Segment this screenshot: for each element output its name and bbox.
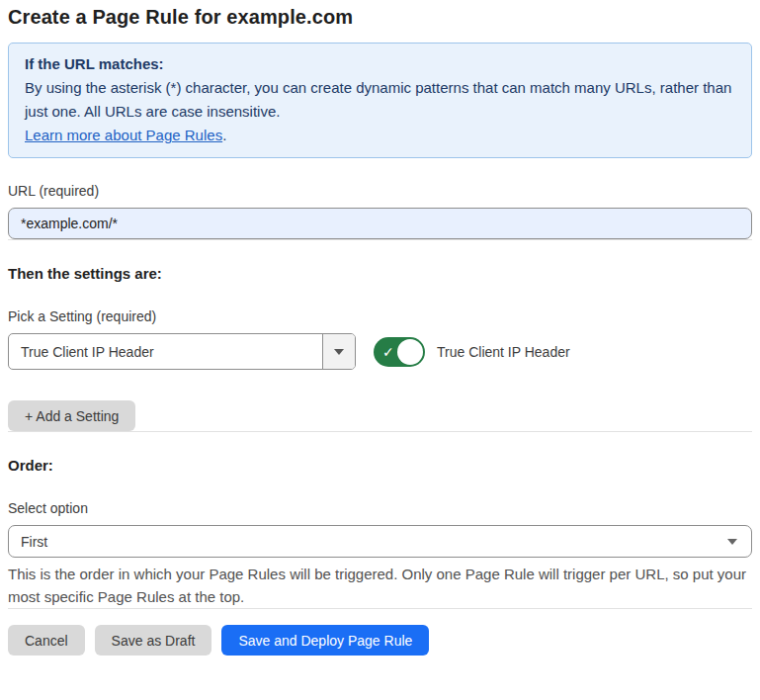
chevron-down-icon <box>727 539 737 545</box>
chevron-down-icon <box>334 349 344 355</box>
order-section-heading: Order: <box>8 456 752 476</box>
divider <box>8 239 752 240</box>
link-period: . <box>222 127 226 143</box>
info-callout-heading: If the URL matches: <box>25 52 735 76</box>
setting-select-value: True Client IP Header <box>9 334 322 369</box>
url-match-info-callout: If the URL matches: By using the asteris… <box>8 43 752 158</box>
order-select-value: First <box>9 534 47 550</box>
footer-actions: Cancel Save as Draft Save and Deploy Pag… <box>8 625 752 656</box>
url-field-label: URL (required) <box>8 181 752 201</box>
settings-section-heading: Then the settings are: <box>8 264 752 284</box>
page-title: Create a Page Rule for example.com <box>8 6 752 29</box>
page-rule-form: Create a Page Rule for example.com If th… <box>0 0 760 656</box>
cancel-button[interactable]: Cancel <box>8 625 85 656</box>
divider <box>8 431 752 432</box>
info-callout-body: By using the asterisk (*) character, you… <box>25 76 735 124</box>
learn-more-link[interactable]: Learn more about Page Rules <box>25 127 222 143</box>
order-select[interactable]: First <box>8 525 752 558</box>
info-callout-link-line: Learn more about Page Rules. <box>25 124 735 147</box>
setting-select-arrow-button[interactable] <box>322 334 355 369</box>
divider <box>8 608 752 609</box>
save-deploy-button[interactable]: Save and Deploy Page Rule <box>221 625 429 656</box>
check-icon: ✓ <box>382 344 394 358</box>
setting-toggle[interactable]: ✓ <box>374 337 425 367</box>
add-setting-button[interactable]: + Add a Setting <box>8 400 135 431</box>
save-draft-button[interactable]: Save as Draft <box>95 625 212 656</box>
url-input[interactable] <box>8 208 752 239</box>
setting-select[interactable]: True Client IP Header <box>8 333 356 370</box>
setting-row: True Client IP Header ✓ True Client IP H… <box>8 333 752 370</box>
pick-setting-label: Pick a Setting (required) <box>8 306 752 326</box>
order-select-label: Select option <box>8 498 752 518</box>
toggle-knob <box>397 339 423 365</box>
setting-toggle-label: True Client IP Header <box>437 344 570 360</box>
order-help-text: This is the order in which your Page Rul… <box>8 563 747 608</box>
